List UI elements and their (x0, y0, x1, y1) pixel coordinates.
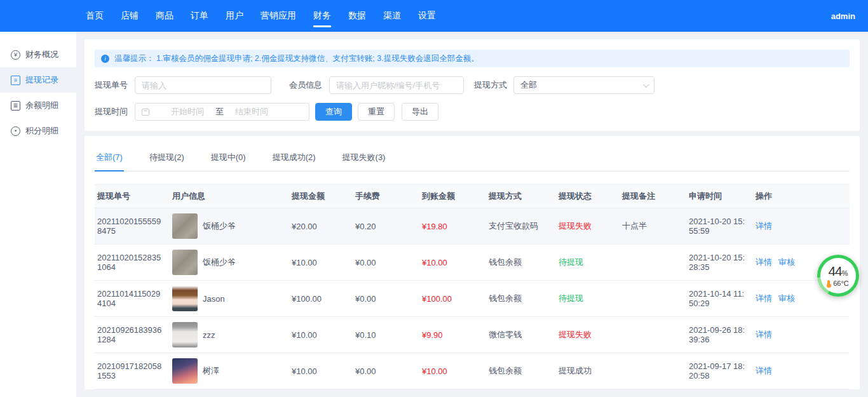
table-header-cell: 提现状态 (556, 185, 620, 207)
date-separator: 至 (215, 106, 224, 118)
cell-received: ¥9.90 (419, 326, 486, 344)
detail-link[interactable]: 详情 (756, 293, 772, 304)
audit-link[interactable]: 审核 (778, 293, 795, 304)
member-info-input[interactable] (329, 76, 464, 94)
cell-apply-time: 2021-10-14 11:50:29 (686, 285, 753, 312)
detail-link[interactable]: 详情 (756, 329, 772, 340)
main-menu: 首页 店铺 商品 订单 用户 营销应用 财务 数据 渠道 设置 (86, 0, 436, 32)
tab-failed[interactable]: 提现失败(3) (341, 146, 387, 171)
cell-method: 微信零钱 (486, 325, 556, 344)
tab-all[interactable]: 全部(7) (95, 146, 124, 171)
table-header-cell: 提现金额 (289, 185, 353, 207)
cell-fee: ¥0.00 (353, 290, 419, 307)
withdraw-method-value: 全部 (520, 79, 537, 91)
cell-received: ¥10.00 (419, 363, 486, 380)
sidebar-item-finance-overview[interactable]: ¥ 财务概况 (0, 42, 76, 67)
user-avatar (172, 322, 198, 347)
order-no-input[interactable] (135, 76, 271, 94)
cell-remark (620, 331, 686, 339)
chevron-down-icon (643, 81, 649, 88)
sidebar-item-label: 财务概况 (25, 49, 58, 60)
cell-user-info: 饭桶少爷 (170, 210, 289, 243)
nav-item-finance[interactable]: 财务 (313, 0, 331, 32)
notice-text: 温馨提示： 1.审核会员的佣金提现申请; 2.佣金提现支持微信、支付宝转账; 3… (114, 53, 479, 64)
user-nickname: 树澤 (203, 365, 219, 377)
cell-user-info: zzz (170, 318, 289, 351)
cell-remark (620, 367, 686, 375)
table-header-cell: 到账金额 (419, 185, 486, 207)
tab-processing[interactable]: 提现中(0) (210, 146, 247, 171)
detail-link[interactable]: 详情 (756, 220, 772, 232)
nav-item-users[interactable]: 用户 (226, 0, 243, 32)
reset-button[interactable]: 重置 (358, 103, 395, 121)
cell-order-no: 202110201555598475 (95, 213, 170, 239)
sidebar-item-withdraw-records[interactable]: ≡ 提现记录 (0, 67, 76, 93)
cell-order-no: 202110201528351064 (95, 249, 170, 276)
user-avatar (172, 250, 198, 275)
table-header-cell: 申请时间 (686, 185, 753, 207)
cell-order-no: 202110141150294104 (95, 285, 170, 312)
cell-remark (620, 295, 686, 302)
system-monitor-widget[interactable]: 44% 66°C (817, 255, 859, 297)
tab-pending[interactable]: 待提现(2) (148, 146, 186, 171)
cell-amount: ¥20.00 (289, 218, 353, 235)
status-tabs: 全部(7) 待提现(2) 提现中(0) 提现成功(2) 提现失败(3) (95, 146, 850, 172)
withdraw-method-label: 提现方式 (474, 79, 507, 91)
detail-link[interactable]: 详情 (756, 257, 772, 268)
cell-user-info: 饭桶少爷 (170, 246, 289, 279)
table-header-cell: 提现备注 (620, 185, 686, 207)
table-row: 202109261839361284 zzz ¥10.00 ¥0.10 ¥9.9… (95, 317, 850, 353)
finance-sidebar: ¥ 财务概况 ≡ 提现记录 ≣ 余额明细 • 积分明细 (0, 32, 76, 397)
sidebar-item-balance-detail[interactable]: ≣ 余额明细 (0, 93, 76, 118)
start-date-placeholder: 开始时间 (171, 106, 204, 118)
nav-item-goods[interactable]: 商品 (156, 0, 173, 32)
cell-fee: ¥0.10 (353, 326, 419, 344)
date-range-input[interactable]: 开始时间 至 结束时间 (135, 103, 309, 121)
cell-remark: 十点半 (620, 217, 686, 236)
thermometer-icon (827, 280, 830, 286)
nav-item-data[interactable]: 数据 (348, 0, 366, 32)
notice-banner: 温馨提示： 1.审核会员的佣金提现申请; 2.佣金提现支持微信、支付宝转账; 3… (95, 50, 850, 67)
search-button[interactable]: 查询 (315, 103, 352, 121)
filter-row-2: 提现时间 开始时间 至 结束时间 查询 重置 导出 (95, 103, 850, 121)
cell-method: 钱包余额 (486, 289, 556, 308)
cell-fee: ¥0.00 (353, 254, 419, 271)
member-info-label: 会员信息 (289, 79, 322, 91)
export-button[interactable]: 导出 (402, 103, 438, 121)
cell-actions: 详情 (753, 325, 850, 344)
info-icon (101, 55, 109, 63)
tab-success[interactable]: 提现成功(2) (271, 146, 317, 171)
table-row: 202109171820581553 树澤 ¥10.00 ¥0.00 ¥10.0… (95, 353, 850, 389)
sidebar-item-points-detail[interactable]: • 积分明细 (0, 118, 76, 144)
cell-apply-time: 2021-10-20 15:28:35 (686, 249, 753, 276)
top-navbar: 首页 店铺 商品 订单 用户 营销应用 财务 数据 渠道 设置 admin (0, 0, 868, 32)
cell-amount: ¥10.00 (289, 363, 353, 380)
cell-order-no: 202109261839361284 (95, 321, 170, 348)
nav-item-orders[interactable]: 订单 (191, 0, 208, 32)
table-card: 全部(7) 待提现(2) 提现中(0) 提现成功(2) 提现失败(3) 提现单号… (85, 136, 860, 389)
points-target-icon: • (11, 126, 20, 136)
user-nickname: zzz (203, 330, 215, 340)
nav-item-channel[interactable]: 渠道 (383, 0, 401, 32)
calendar-icon (142, 109, 149, 116)
admin-user-menu[interactable]: admin (831, 11, 855, 21)
detail-link[interactable]: 详情 (756, 365, 772, 377)
cell-actions: 详情 (753, 361, 850, 380)
audit-link[interactable]: 审核 (778, 257, 795, 268)
nav-item-shop[interactable]: 店铺 (121, 0, 139, 32)
cell-amount: ¥10.00 (289, 326, 353, 344)
cell-status: 待提现 (556, 253, 620, 272)
table-header-cell: 用户信息 (170, 185, 289, 207)
withdraw-method-select[interactable]: 全部 (513, 76, 654, 94)
record-doc-icon: ≡ (11, 76, 20, 85)
end-date-placeholder: 结束时间 (235, 106, 268, 118)
nav-item-marketing[interactable]: 营销应用 (261, 0, 296, 32)
cell-status: 提现失败 (556, 325, 620, 344)
user-avatar (172, 358, 198, 384)
order-no-label: 提现单号 (95, 79, 128, 91)
cell-apply-time: 2021-09-17 18:20:58 (686, 358, 753, 384)
nav-item-settings[interactable]: 设置 (418, 0, 436, 32)
cell-received: ¥100.00 (419, 290, 486, 307)
cell-received: ¥19.80 (419, 218, 486, 235)
nav-item-home[interactable]: 首页 (86, 0, 104, 32)
